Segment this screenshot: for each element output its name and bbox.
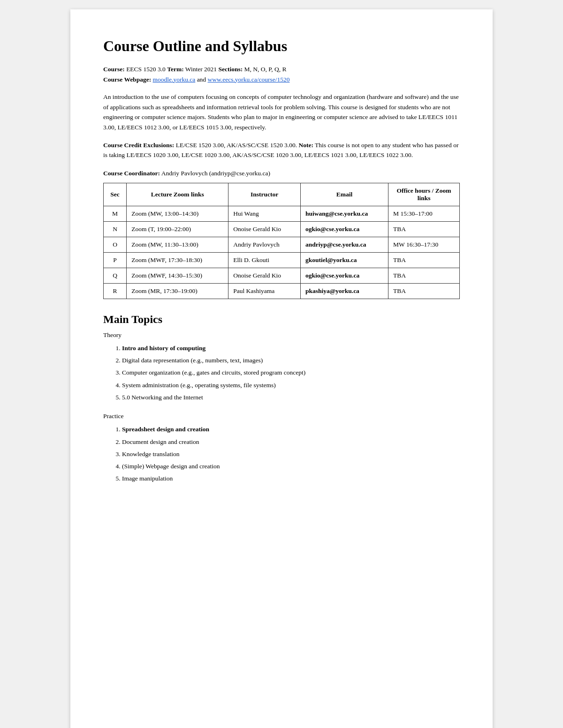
and-text: and <box>197 76 206 83</box>
header-office: Office hours / Zoom links <box>388 183 460 206</box>
list-item: Image manipulation <box>122 473 460 484</box>
header-instructor: Instructor <box>228 183 301 206</box>
cell-lecture: Zoom (MW, 11:30–13:00) <box>127 237 228 252</box>
table-header-row: Sec Lecture Zoom links Instructor Email … <box>104 183 460 206</box>
header-email: Email <box>300 183 388 206</box>
cell-office: TBA <box>388 221 460 237</box>
cell-email: ogkio@cse.yorku.ca <box>300 221 388 237</box>
course-info: Course: EECS 1520 3.0 Term: Winter 2021 … <box>103 64 460 84</box>
note-label: Note: <box>298 142 313 149</box>
course-label: Course: <box>103 66 126 73</box>
coordinator: Course Coordinator: Andriy Pavlovych (an… <box>103 170 460 177</box>
list-item: Document design and creation <box>122 436 460 448</box>
cell-sec: Q <box>104 268 127 283</box>
cell-instructor: Paul Kashiyama <box>228 283 301 299</box>
list-item: Digital data representation (e.g., numbe… <box>122 355 460 366</box>
cell-lecture: Zoom (MR, 17:30–19:00) <box>127 283 228 299</box>
theory-label: Theory <box>103 331 460 339</box>
cell-sec: O <box>104 237 127 252</box>
webpage-label: Course Webpage: <box>103 76 151 83</box>
header-lecture: Lecture Zoom links <box>127 183 228 206</box>
credit-exclusions-label: Course Credit Exclusions: <box>103 142 174 149</box>
theory-list: Intro and history of computingDigital da… <box>122 343 460 403</box>
cell-sec: R <box>104 283 127 299</box>
cell-office: TBA <box>388 252 460 268</box>
list-item: 5.0 Networking and the Internet <box>122 392 460 403</box>
cell-office: MW 16:30–17:30 <box>388 237 460 252</box>
list-item: Knowledge translation <box>122 449 460 460</box>
table-row: Q Zoom (MWF, 14:30–15:30) Onoise Gerald … <box>104 268 460 283</box>
list-item: Spreadsheet design and creation <box>122 424 460 435</box>
cell-instructor: Elli D. Gkouti <box>228 252 301 268</box>
credit-exclusions: Course Credit Exclusions: LE/CSE 1520 3.… <box>103 140 460 160</box>
cell-lecture: Zoom (MWF, 14:30–15:30) <box>127 268 228 283</box>
table-row: M Zoom (MW, 13:00–14:30) Hui Wang huiwan… <box>104 206 460 221</box>
cell-office: TBA <box>388 283 460 299</box>
cell-lecture: Zoom (MW, 13:00–14:30) <box>127 206 228 221</box>
cell-instructor: Hui Wang <box>228 206 301 221</box>
header-sec: Sec <box>104 183 127 206</box>
cell-email: ogkio@cse.yorku.ca <box>300 268 388 283</box>
table-row: R Zoom (MR, 17:30–19:00) Paul Kashiyama … <box>104 283 460 299</box>
cell-instructor: Onoise Gerald Kio <box>228 268 301 283</box>
table-row: O Zoom (MW, 11:30–13:00) Andriy Pavlovyc… <box>104 237 460 252</box>
term-value: Winter 2021 <box>185 66 217 73</box>
practice-label: Practice <box>103 413 460 420</box>
cell-lecture: Zoom (MWF, 17:30–18:30) <box>127 252 228 268</box>
coordinator-value: Andriy Pavlovych (andriyp@cse.yorku.ca) <box>161 170 270 177</box>
cell-lecture: Zoom (T, 19:00–22:00) <box>127 221 228 237</box>
list-item: Computer organization (e.g., gates and c… <box>122 367 460 378</box>
list-item: Intro and history of computing <box>122 343 460 354</box>
sections-value: M, N, O, P, Q, R <box>244 66 287 73</box>
coordinator-label: Course Coordinator: <box>103 170 160 177</box>
moodle-link[interactable]: moodle.yorku.ca <box>153 76 196 83</box>
cell-email: huiwang@cse.yorku.ca <box>300 206 388 221</box>
sections-label: Sections: <box>218 66 243 73</box>
eecs-link[interactable]: www.eecs.yorku.ca/course/1520 <box>208 76 290 83</box>
cell-sec: N <box>104 221 127 237</box>
course-value: EECS 1520 3.0 <box>126 66 166 73</box>
table-row: P Zoom (MWF, 17:30–18:30) Elli D. Gkouti… <box>104 252 460 268</box>
list-item: (Simple) Webpage design and creation <box>122 461 460 472</box>
cell-email: andriyp@cse.yorku.ca <box>300 237 388 252</box>
practice-list: Spreadsheet design and creationDocument … <box>122 424 460 484</box>
cell-sec: P <box>104 252 127 268</box>
page-title: Course Outline and Syllabus <box>103 38 460 55</box>
page: Course Outline and Syllabus Course: EECS… <box>70 9 493 728</box>
cell-office: M 15:30–17:00 <box>388 206 460 221</box>
sections-table: Sec Lecture Zoom links Instructor Email … <box>103 183 460 299</box>
description: An introduction to the use of computers … <box>103 92 460 132</box>
term-label: Term: <box>167 66 184 73</box>
cell-sec: M <box>104 206 127 221</box>
credit-exclusions-text: LE/CSE 1520 3.00, AK/AS/SC/CSE 1520 3.00… <box>176 142 297 149</box>
cell-email: gkoutiel@yorku.ca <box>300 252 388 268</box>
cell-email: pkashiya@yorku.ca <box>300 283 388 299</box>
cell-instructor: Onoise Gerald Kio <box>228 221 301 237</box>
list-item: System administration (e.g., operating s… <box>122 380 460 391</box>
table-row: N Zoom (T, 19:00–22:00) Onoise Gerald Ki… <box>104 221 460 237</box>
main-topics-title: Main Topics <box>103 313 460 326</box>
cell-office: TBA <box>388 268 460 283</box>
cell-instructor: Andriy Pavlovych <box>228 237 301 252</box>
